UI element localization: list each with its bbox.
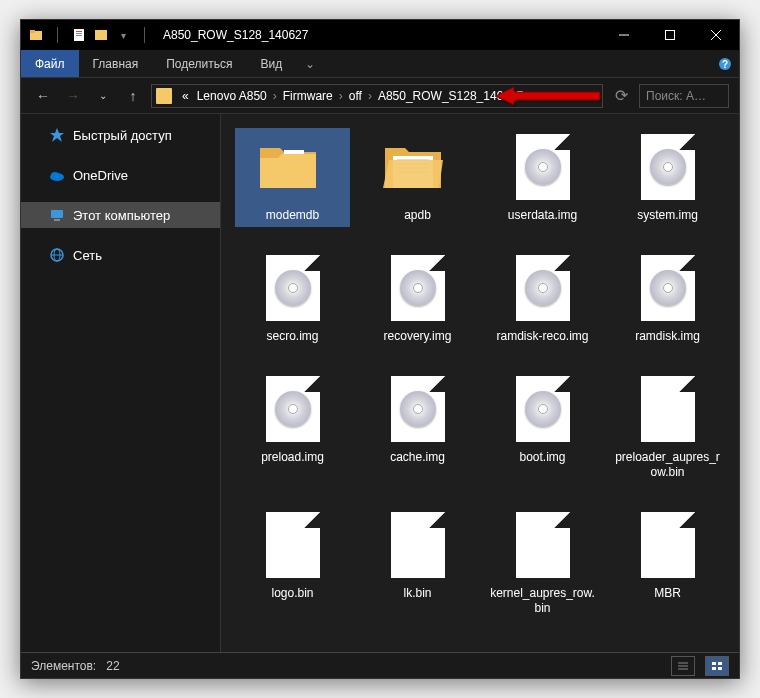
onedrive-icon [49,167,65,183]
tab-share[interactable]: Поделиться [152,50,246,77]
svg-rect-29 [712,667,716,670]
tab-file[interactable]: Файл [21,50,79,77]
sidebar-item-network[interactable]: Сеть [21,242,220,268]
tab-view[interactable]: Вид [246,50,296,77]
file-item[interactable]: cache.img [360,370,475,484]
svg-text:?: ? [722,59,728,70]
file-item[interactable]: secro.img [235,249,350,348]
view-icons-button[interactable] [705,656,729,676]
tab-home[interactable]: Главная [79,50,153,77]
svg-rect-5 [76,35,82,36]
svg-rect-4 [76,33,82,34]
file-name: cache.img [390,450,445,465]
file-item[interactable]: ramdisk-reco.img [485,249,600,348]
file-icon [258,510,328,580]
file-item[interactable]: lk.bin [360,506,475,620]
breadcrumb-segment[interactable]: Firmware [279,89,337,103]
status-label: Элементов: [31,659,96,673]
up-button[interactable]: ↑ [121,84,145,108]
back-button[interactable]: ← [31,84,55,108]
file-list-pane[interactable]: modemdb apdbuserdata.imgsystem.imgsecro.… [221,114,739,652]
quickbar-dropdown-icon[interactable]: ▾ [116,28,130,42]
navigation-bar: ← → ⌄ ↑ « Lenovo A850 › Firmware › off ›… [21,78,739,114]
chevron-right-icon[interactable]: › [271,89,279,103]
svg-rect-27 [712,662,716,665]
titlebar[interactable]: ▾ A850_ROW_S128_140627 [21,20,739,50]
svg-rect-18 [54,219,60,221]
file-name: secro.img [266,329,318,344]
file-item[interactable]: recovery.img [360,249,475,348]
properties-icon[interactable] [72,28,86,42]
minimize-button[interactable] [601,20,647,50]
file-icon [633,132,703,202]
file-item[interactable]: logo.bin [235,506,350,620]
file-item[interactable]: preload.img [235,370,350,484]
ribbon-expand-icon[interactable]: ⌄ [296,50,324,77]
refresh-button[interactable]: ⟳ [609,86,633,105]
file-name: recovery.img [384,329,452,344]
file-item[interactable]: apdb [360,128,475,227]
file-icon [508,253,578,323]
breadcrumb-segment[interactable]: off [345,89,366,103]
file-name: preloader_aupres_row.bin [614,450,721,480]
file-name: userdata.img [508,208,577,223]
file-icon [633,374,703,444]
sidebar-item-onedrive[interactable]: OneDrive [21,162,220,188]
file-name: ramdisk-reco.img [496,329,588,344]
file-name: system.img [637,208,698,223]
file-name: lk.bin [403,586,431,601]
svg-rect-3 [76,31,82,32]
search-input[interactable]: Поиск: A… [639,84,729,108]
file-icon [633,510,703,580]
file-name: preload.img [261,450,324,465]
breadcrumb-prefix: « [178,89,193,103]
file-name: apdb [404,208,431,223]
breadcrumb-segment[interactable]: A850_ROW_S128_140627 [374,89,527,103]
view-details-button[interactable] [671,656,695,676]
quickbar-icon[interactable] [94,28,108,42]
recent-dropdown-icon[interactable]: ⌄ [91,84,115,108]
file-icon [633,253,703,323]
breadcrumb-segment[interactable]: Lenovo A850 [193,89,271,103]
file-name: boot.img [519,450,565,465]
svg-rect-17 [51,210,63,218]
file-name: logo.bin [271,586,313,601]
file-item[interactable]: kernel_aupres_row.bin [485,506,600,620]
file-item[interactable]: ramdisk.img [610,249,725,348]
file-name: MBR [654,586,681,601]
ribbon-tabs: Файл Главная Поделиться Вид ⌄ ? [21,50,739,78]
file-item[interactable]: system.img [610,128,725,227]
maximize-button[interactable] [647,20,693,50]
svg-rect-30 [718,667,722,670]
window-title: A850_ROW_S128_140627 [159,28,601,42]
file-item[interactable]: MBR [610,506,725,620]
chevron-right-icon[interactable]: › [366,89,374,103]
status-count: 22 [106,659,119,673]
file-name: ramdisk.img [635,329,700,344]
folder-icon [258,132,328,202]
file-name: modemdb [266,208,319,223]
file-icon [383,374,453,444]
svg-rect-6 [95,30,107,40]
file-item[interactable]: preloader_aupres_row.bin [610,370,725,484]
chevron-right-icon[interactable]: › [337,89,345,103]
file-item[interactable]: userdata.img [485,128,600,227]
status-bar: Элементов: 22 [21,652,739,678]
file-item[interactable]: modemdb [235,128,350,227]
svg-marker-14 [50,128,64,142]
folder-icon [383,132,453,202]
folder-icon [156,88,172,104]
forward-button[interactable]: → [61,84,85,108]
close-button[interactable] [693,20,739,50]
file-name: kernel_aupres_row.bin [489,586,596,616]
file-icon [383,253,453,323]
sidebar-item-this-pc[interactable]: Этот компьютер [21,202,220,228]
svg-point-16 [51,172,59,178]
address-bar[interactable]: « Lenovo A850 › Firmware › off › A850_RO… [151,84,603,108]
file-icon [508,374,578,444]
help-icon[interactable]: ? [711,50,739,77]
file-item[interactable]: boot.img [485,370,600,484]
svg-rect-28 [718,662,722,665]
star-icon [49,127,65,143]
sidebar-item-quick-access[interactable]: Быстрый доступ [21,122,220,148]
